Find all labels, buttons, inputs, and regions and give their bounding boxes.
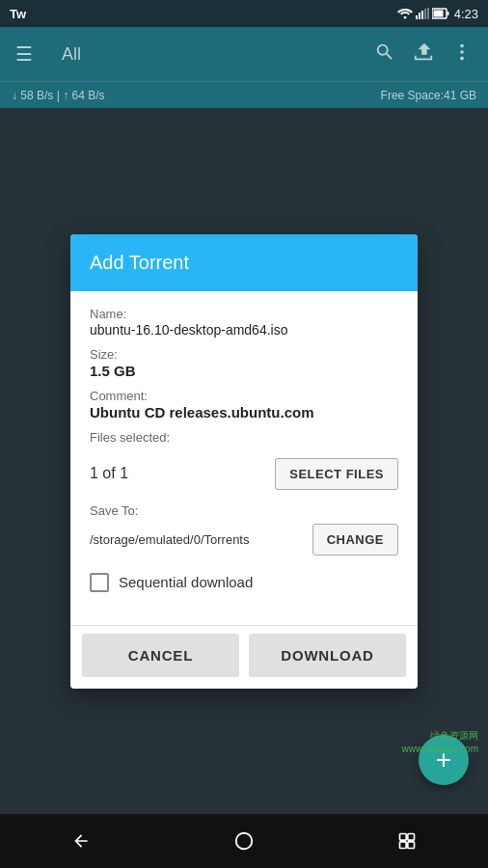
watermark-line2: www.downcc.com: [402, 743, 478, 756]
signal-icon: [416, 8, 429, 19]
main-content: Add Torrent Name: ubuntu-16.10-desktop-a…: [0, 108, 488, 814]
free-space: Free Space:41 GB: [381, 89, 476, 102]
comment-label: Comment:: [90, 389, 398, 403]
svg-point-9: [460, 50, 464, 54]
battery-icon: [432, 8, 449, 19]
download-button[interactable]: DOWNLOAD: [249, 634, 406, 677]
svg-rect-0: [416, 15, 418, 19]
upload-speed: ↑ 64 B/s: [63, 89, 104, 102]
size-label: Size:: [90, 347, 398, 362]
more-icon[interactable]: [451, 41, 473, 68]
svg-rect-6: [447, 12, 448, 15]
wifi-icon: [397, 8, 413, 19]
name-label: Name:: [90, 307, 398, 321]
dialog-title: Add Torrent: [70, 234, 418, 291]
app-label: Tw: [10, 7, 26, 21]
watermark: 绿色资源网 www.downcc.com: [402, 729, 478, 756]
svg-rect-4: [427, 8, 429, 19]
svg-point-11: [236, 833, 253, 850]
svg-rect-7: [433, 11, 443, 17]
files-selected-label: Files selected:: [90, 430, 398, 445]
size-value: 1.5 GB: [90, 363, 398, 379]
save-to-row: /storage/emulated/0/Torrents CHANGE: [90, 524, 398, 556]
action-buttons: CANCEL DOWNLOAD: [70, 626, 418, 689]
files-row: 1 of 1 SELECT FILES: [90, 458, 398, 490]
dialog-body: Name: ubuntu-16.10-desktop-amd64.iso Siz…: [70, 291, 418, 615]
bottom-nav: [0, 814, 488, 868]
add-torrent-dialog: Add Torrent Name: ubuntu-16.10-desktop-a…: [70, 234, 418, 689]
cancel-button[interactable]: CANCEL: [82, 634, 239, 677]
home-button[interactable]: [233, 830, 255, 852]
clock: 4:23: [454, 7, 478, 21]
speed-info: ↓ 58 B/s | ↑ 64 B/s: [12, 89, 105, 102]
svg-point-10: [460, 56, 464, 60]
comment-value: Ubuntu CD releases.ubuntu.com: [90, 404, 398, 420]
svg-rect-12: [400, 834, 407, 841]
name-value: ubuntu-16.10-desktop-amd64.iso: [90, 322, 398, 338]
files-count: 1 of 1: [90, 465, 128, 482]
svg-point-8: [460, 43, 464, 47]
toolbar-icons: [374, 41, 473, 68]
svg-rect-1: [419, 13, 420, 19]
status-icons: [397, 8, 449, 19]
svg-rect-13: [408, 834, 415, 841]
toolbar: ☰ All: [0, 27, 488, 81]
svg-rect-14: [400, 842, 407, 849]
save-to-label: Save To:: [90, 503, 398, 518]
upload-icon[interactable]: [413, 41, 434, 68]
download-speed: ↓ 58 B/s: [12, 89, 53, 102]
back-button[interactable]: [71, 831, 91, 851]
menu-icon[interactable]: ☰: [15, 42, 33, 66]
sequential-checkbox[interactable]: [90, 573, 109, 592]
toolbar-title: All: [62, 44, 355, 65]
recents-button[interactable]: [397, 831, 417, 851]
status-bar: Tw 4:23: [0, 0, 488, 27]
status-right: 4:23: [397, 7, 478, 21]
watermark-line1: 绿色资源网: [402, 729, 478, 743]
search-icon[interactable]: [374, 41, 395, 68]
sequential-label: Sequential download: [119, 574, 253, 590]
save-path: /storage/emulated/0/Torrents: [90, 532, 305, 547]
sequential-download-row: Sequential download: [90, 573, 398, 592]
svg-rect-2: [421, 11, 423, 19]
change-button[interactable]: CHANGE: [312, 524, 398, 556]
svg-rect-3: [424, 9, 426, 19]
select-files-button[interactable]: SELECT FILES: [275, 458, 398, 490]
svg-rect-15: [408, 842, 415, 849]
speed-bar: ↓ 58 B/s | ↑ 64 B/s Free Space:41 GB: [0, 81, 488, 108]
